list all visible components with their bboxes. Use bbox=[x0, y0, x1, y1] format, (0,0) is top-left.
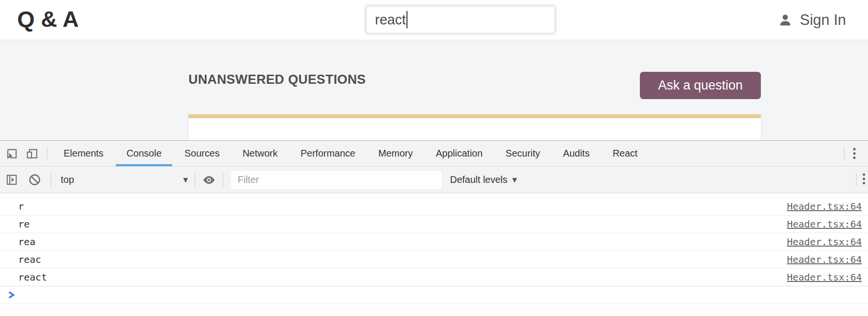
devtools-tabbar: ElementsConsoleSourcesNetworkPerformance… bbox=[0, 141, 868, 167]
console-messages-area: rHeader.tsx:64reHeader.tsx:64reaHeader.t… bbox=[0, 194, 868, 316]
console-row: reHeader.tsx:64 bbox=[0, 215, 868, 233]
person-icon bbox=[778, 13, 792, 27]
log-levels-selector[interactable]: Default levels ▼ bbox=[450, 174, 517, 185]
console-source-link[interactable]: Header.tsx:64 bbox=[787, 254, 862, 265]
devtools-panel: ElementsConsoleSourcesNetworkPerformance… bbox=[0, 140, 868, 316]
console-log: rHeader.tsx:64reHeader.tsx:64reaHeader.t… bbox=[0, 194, 868, 286]
console-row: reactHeader.tsx:64 bbox=[0, 268, 868, 286]
text-cursor bbox=[407, 11, 407, 28]
devtools-menu-kebab-icon[interactable] bbox=[853, 148, 856, 159]
tab-network[interactable]: Network bbox=[231, 141, 289, 166]
devtools-tab-strip: ElementsConsoleSourcesNetworkPerformance… bbox=[52, 141, 649, 166]
console-toolbar: top ▼ Default levels ▼ bbox=[0, 167, 868, 193]
tab-performance[interactable]: Performance bbox=[289, 141, 367, 166]
clear-console-icon[interactable] bbox=[28, 173, 41, 186]
tab-console[interactable]: Console bbox=[115, 141, 173, 166]
chevron-down-icon: ▼ bbox=[512, 176, 517, 183]
sign-in-label: Sign In bbox=[800, 11, 846, 29]
device-toolbar-icon[interactable] bbox=[26, 147, 38, 160]
divider bbox=[51, 173, 51, 187]
console-row: rHeader.tsx:64 bbox=[0, 197, 868, 215]
divider bbox=[223, 173, 223, 187]
tab-audits[interactable]: Audits bbox=[551, 141, 601, 166]
console-sidebar-toggle-icon[interactable] bbox=[6, 174, 18, 186]
divider bbox=[856, 173, 857, 187]
search-input[interactable]: react bbox=[366, 6, 555, 34]
inspect-element-icon[interactable] bbox=[6, 147, 18, 160]
console-source-link[interactable]: Header.tsx:64 bbox=[787, 271, 862, 283]
console-message: react bbox=[18, 271, 787, 283]
card-accent-bar bbox=[188, 114, 761, 118]
app-header: Q & A react Sign In bbox=[0, 0, 868, 40]
question-card bbox=[188, 114, 761, 140]
ask-question-button[interactable]: Ask a question bbox=[640, 72, 761, 99]
app-viewport: Q & A react Sign In UNANSWERED QUESTIONS… bbox=[0, 0, 868, 316]
console-source-link[interactable]: Header.tsx:64 bbox=[787, 201, 862, 212]
console-message: rea bbox=[18, 236, 787, 248]
execution-context-value: top bbox=[61, 174, 74, 185]
console-row: reaHeader.tsx:64 bbox=[0, 233, 868, 250]
tab-security[interactable]: Security bbox=[494, 141, 551, 166]
console-row: reacHeader.tsx:64 bbox=[0, 250, 868, 268]
console-message: re bbox=[18, 218, 787, 230]
console-prompt[interactable] bbox=[0, 286, 868, 304]
console-source-link[interactable]: Header.tsx:64 bbox=[787, 236, 862, 248]
console-message: reac bbox=[18, 254, 787, 265]
console-settings-kebab-icon[interactable] bbox=[863, 173, 865, 184]
divider bbox=[47, 147, 47, 160]
divider bbox=[195, 173, 195, 187]
console-source-link[interactable]: Header.tsx:64 bbox=[787, 218, 862, 230]
log-levels-value: Default levels bbox=[450, 174, 507, 185]
console-prompt-chevron-icon bbox=[7, 290, 15, 300]
tab-elements[interactable]: Elements bbox=[52, 141, 115, 166]
tab-application[interactable]: Application bbox=[424, 141, 494, 166]
sign-in-button[interactable]: Sign In bbox=[778, 0, 846, 40]
page-title: UNANSWERED QUESTIONS bbox=[188, 72, 366, 87]
chevron-down-icon: ▼ bbox=[183, 176, 188, 183]
divider bbox=[844, 147, 845, 160]
search-input-value: react bbox=[375, 12, 406, 28]
execution-context-selector[interactable]: top ▼ bbox=[61, 174, 188, 185]
console-filter-input[interactable] bbox=[231, 171, 441, 189]
app-logo: Q & A bbox=[17, 6, 79, 32]
tab-memory[interactable]: Memory bbox=[367, 141, 424, 166]
live-expression-eye-icon[interactable] bbox=[202, 173, 216, 187]
tab-sources[interactable]: Sources bbox=[173, 141, 231, 166]
console-message: r bbox=[18, 201, 787, 212]
tab-react[interactable]: React bbox=[601, 141, 649, 166]
